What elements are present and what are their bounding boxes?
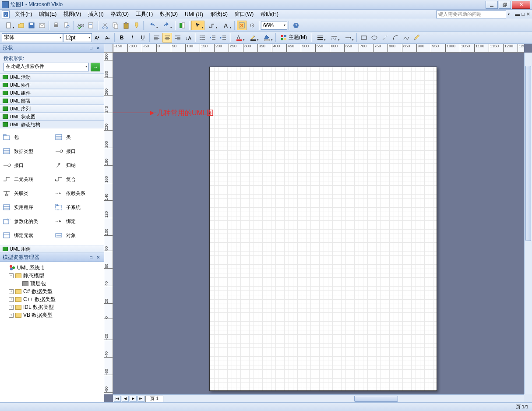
scrollbar-thumb[interactable] — [354, 396, 398, 402]
panel-close-icon[interactable]: ✕ — [95, 45, 101, 51]
font-size-select[interactable]: 12pt — [63, 33, 92, 42]
crop-tool-button[interactable] — [247, 21, 257, 30]
stencil-header[interactable]: UML 组件 — [0, 89, 104, 97]
shape-stencil-item[interactable]: 类 — [55, 131, 102, 143]
stencil-header[interactable]: UML 静态结构 — [0, 120, 104, 128]
stencil-header[interactable]: UML 协作 — [0, 81, 104, 89]
shape-stencil-item[interactable]: 关联类 — [3, 187, 49, 199]
connector-tool-button[interactable] — [205, 21, 218, 30]
panel-close-icon[interactable]: ✕ — [95, 255, 101, 261]
print-preview-button[interactable] — [62, 21, 71, 30]
minimize-button[interactable] — [486, 1, 498, 9]
format-painter-button[interactable] — [132, 21, 141, 30]
horizontal-scrollbar[interactable]: ⏮ ◀ ▶ ⏭ 页-1 — [113, 394, 524, 402]
drawing-page[interactable] — [209, 67, 437, 391]
doc-restore-button[interactable]: □ — [521, 11, 525, 17]
last-page-button[interactable]: ⏭ — [137, 396, 144, 402]
shape-stencil-item[interactable]: 二元关联 — [3, 173, 49, 185]
shape-stencil-item[interactable]: 参数化的类 — [3, 215, 49, 227]
shape-stencil-item[interactable]: 数据类型 — [3, 145, 49, 157]
menu-help[interactable]: 帮助(H) — [257, 10, 282, 19]
underline-button[interactable]: U — [138, 33, 148, 43]
menu-shape[interactable]: 形状(S) — [207, 10, 231, 19]
increase-font-button[interactable]: A▴ — [92, 33, 102, 43]
stencil-header[interactable]: UML 部署 — [0, 97, 104, 105]
doc-minimize-button[interactable]: ▬ — [515, 11, 520, 17]
new-button[interactable] — [2, 21, 15, 30]
save-button[interactable] — [27, 21, 36, 30]
tree-datatype-item[interactable]: +C++ 数据类型 — [1, 295, 103, 303]
tree-datatype-item[interactable]: +IDL 数据类型 — [1, 303, 103, 311]
redo-button[interactable] — [160, 21, 173, 30]
increase-indent-button[interactable] — [218, 33, 228, 43]
font-color-button[interactable]: A — [233, 33, 246, 43]
copy-button[interactable] — [111, 21, 120, 30]
stencil-header[interactable]: UML 活动 — [0, 73, 104, 81]
menu-insert[interactable]: 插入(I) — [85, 10, 107, 19]
menu-edit[interactable]: 编辑(E) — [35, 10, 60, 19]
shape-stencil-item[interactable]: 绑定 — [55, 215, 102, 227]
pencil-tool-button[interactable] — [412, 33, 421, 43]
line-weight-button[interactable] — [314, 33, 327, 43]
shape-stencil-item[interactable]: 包 — [3, 131, 49, 143]
theme-button[interactable]: 主题(M) — [278, 33, 309, 43]
menu-window[interactable]: 窗口(W) — [231, 10, 257, 19]
font-select[interactable]: 宋体 — [2, 33, 63, 42]
scrollbar-thumb[interactable] — [525, 66, 531, 241]
tree-datatype-item[interactable]: +VB 数据类型 — [1, 311, 103, 319]
prev-page-button[interactable]: ◀ — [122, 396, 129, 402]
menu-data[interactable]: 数据(D) — [156, 10, 181, 19]
tree-root[interactable]: UML 系统 1 — [1, 264, 103, 272]
align-left-button[interactable] — [152, 33, 162, 43]
page-tab-1[interactable]: 页-1 — [145, 396, 163, 402]
rectangle-tool-button[interactable] — [359, 33, 369, 43]
decrease-indent-button[interactable] — [208, 33, 218, 43]
shape-stencil-item[interactable]: 归纳 — [55, 159, 102, 171]
menu-uml[interactable]: UML(U) — [181, 11, 207, 18]
help-dropdown-icon[interactable]: ▾ — [508, 12, 510, 16]
first-page-button[interactable]: ⏮ — [114, 396, 121, 402]
freeform-tool-button[interactable] — [401, 33, 411, 43]
panel-pin-icon[interactable]: □ — [88, 45, 94, 51]
help-button[interactable]: ? — [291, 21, 301, 30]
menu-tools[interactable]: 工具(T) — [132, 10, 156, 19]
italic-button[interactable]: I — [127, 33, 137, 43]
align-justify-button[interactable]: ↓A — [183, 33, 193, 43]
doc-close-button[interactable]: ✕ — [526, 11, 530, 17]
print-button[interactable] — [51, 21, 61, 30]
shape-stencil-item[interactable]: 依赖关系 — [55, 187, 102, 199]
zoom-select[interactable]: 66% — [261, 21, 287, 30]
close-button[interactable]: ✕ — [512, 1, 530, 9]
line-tool-button[interactable] — [380, 33, 390, 43]
email-button[interactable] — [37, 21, 47, 30]
connection-point-button[interactable] — [237, 21, 247, 30]
align-center-button[interactable] — [162, 33, 172, 43]
align-right-button[interactable] — [173, 33, 183, 43]
text-tool-button[interactable]: A — [219, 21, 233, 30]
bold-button[interactable]: B — [117, 33, 127, 43]
tree-top-package[interactable]: 顶层包 — [1, 280, 103, 287]
line-ends-button[interactable] — [342, 33, 355, 43]
stencil-header[interactable]: UML 序列 — [0, 105, 104, 113]
arc-tool-button[interactable] — [391, 33, 400, 43]
paste-button[interactable] — [121, 21, 131, 30]
help-search-input[interactable]: 键入需要帮助的问题 — [436, 11, 506, 18]
menu-file[interactable]: 文件(F) — [11, 10, 35, 19]
restore-button[interactable] — [499, 1, 511, 9]
research-button[interactable] — [86, 21, 96, 30]
menu-view[interactable]: 视图(V) — [60, 10, 85, 19]
drawing-canvas[interactable]: 几种常用的UML图 — [113, 53, 524, 394]
undo-button[interactable] — [146, 21, 159, 30]
pointer-tool-button[interactable] — [191, 21, 204, 30]
line-pattern-button[interactable] — [328, 33, 341, 43]
tree-static-model[interactable]: −静态模型 — [1, 272, 103, 280]
vertical-scrollbar[interactable] — [524, 53, 532, 394]
shape-stencil-item[interactable]: 接口 — [55, 145, 102, 157]
spelling-button[interactable]: ABC — [76, 21, 85, 30]
panel-pin-icon[interactable]: □ — [88, 255, 94, 261]
tree-datatype-item[interactable]: +C# 数据类型 — [1, 287, 103, 295]
shape-stencil-item[interactable]: 对象 — [55, 229, 102, 241]
visio-icon[interactable]: V — [2, 11, 10, 18]
line-color-button[interactable] — [247, 33, 260, 43]
search-go-button[interactable]: → — [91, 63, 100, 71]
